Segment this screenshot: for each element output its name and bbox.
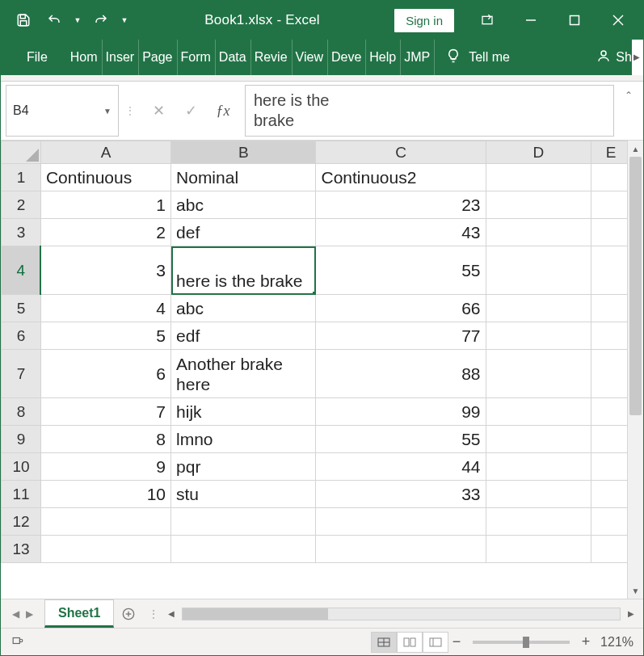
horizontal-scrollbar[interactable]: ⋮ ◀ ▶	[143, 599, 643, 628]
cell-C4[interactable]: 55	[316, 246, 486, 295]
cell-D12[interactable]	[486, 508, 591, 536]
cell-E12[interactable]	[591, 508, 627, 536]
cell-A3[interactable]: 2	[40, 219, 170, 246]
redo-button[interactable]	[88, 7, 114, 33]
cell-B10[interactable]: pqr	[171, 453, 316, 481]
cell-C13[interactable]	[316, 536, 486, 563]
cell-D4[interactable]	[486, 246, 591, 295]
hscroll-grip-icon[interactable]: ⋮	[148, 608, 161, 620]
hscroll-thumb[interactable]	[183, 608, 328, 620]
cell-C1[interactable]: Continuous2	[316, 164, 486, 191]
row-header-13[interactable]: 13	[2, 536, 41, 563]
tab-form[interactable]: Form	[178, 40, 216, 75]
cell-C8[interactable]: 99	[316, 398, 486, 426]
minimize-button[interactable]	[509, 1, 553, 40]
cell-C12[interactable]	[316, 508, 486, 536]
row-header-1[interactable]: 1	[2, 164, 41, 191]
cell-A4[interactable]: 3	[40, 246, 170, 295]
hscroll-track[interactable]	[182, 608, 621, 620]
cell-C2[interactable]: 23	[316, 191, 486, 219]
chevron-down-icon[interactable]: ▼	[103, 107, 112, 116]
cell-C9[interactable]: 55	[316, 426, 486, 453]
sheet-tab-active[interactable]: Sheet1	[44, 599, 114, 628]
cell-D11[interactable]	[486, 481, 591, 508]
row-header-5[interactable]: 5	[2, 295, 41, 322]
cell-B8[interactable]: hijk	[171, 398, 316, 426]
cell-C5[interactable]: 66	[316, 295, 486, 322]
undo-button[interactable]	[41, 7, 67, 33]
cell-D5[interactable]	[486, 295, 591, 322]
new-sheet-button[interactable]	[114, 599, 143, 628]
cell-E6[interactable]	[591, 322, 627, 350]
cell-A5[interactable]: 4	[40, 295, 170, 322]
normal-view-button[interactable]	[371, 632, 397, 653]
name-box[interactable]: B4 ▼	[6, 85, 119, 137]
cell-D13[interactable]	[486, 536, 591, 563]
tab-view[interactable]: View	[293, 40, 328, 75]
tell-me-search[interactable]: Tell me	[446, 48, 510, 66]
cell-D10[interactable]	[486, 453, 591, 481]
cell-B9[interactable]: lmno	[171, 426, 316, 453]
cell-C7[interactable]: 88	[316, 350, 486, 398]
cell-B4[interactable]: here is the brake	[171, 246, 316, 295]
enter-formula-button[interactable]: ✓	[175, 97, 207, 124]
cell-A11[interactable]: 10	[40, 481, 170, 508]
cell-E9[interactable]	[591, 426, 627, 453]
macro-record-icon[interactable]	[11, 635, 25, 649]
scroll-up-arrow-icon[interactable]: ▲	[628, 141, 643, 157]
cancel-formula-button[interactable]: ✕	[142, 97, 175, 124]
maximize-button[interactable]	[553, 1, 596, 40]
cell-D6[interactable]	[486, 322, 591, 350]
signin-button[interactable]: Sign in	[394, 9, 454, 32]
cell-E8[interactable]	[591, 398, 627, 426]
cell-E3[interactable]	[591, 219, 627, 246]
cell-C3[interactable]: 43	[316, 219, 486, 246]
cell-E13[interactable]	[591, 536, 627, 563]
sheet-prev-icon[interactable]: ◀	[12, 608, 19, 620]
cell-A8[interactable]: 7	[40, 398, 170, 426]
close-button[interactable]	[596, 1, 640, 40]
tab-hom[interactable]: Hom	[67, 40, 103, 75]
cell-A13[interactable]	[40, 536, 170, 563]
column-header-E[interactable]: E	[591, 141, 627, 164]
save-button[interactable]	[11, 7, 36, 33]
expand-formula-bar-button[interactable]: ⌃	[619, 85, 638, 137]
ribbon-overflow-indicator[interactable]	[632, 40, 643, 75]
formula-bar-input[interactable]: here is the brake	[245, 85, 614, 137]
insert-function-button[interactable]: ƒx	[207, 97, 239, 124]
cell-B3[interactable]: def	[171, 219, 316, 246]
column-header-A[interactable]: A	[40, 141, 170, 164]
row-header-10[interactable]: 10	[2, 453, 41, 481]
cell-E5[interactable]	[591, 295, 627, 322]
cell-A6[interactable]: 5	[40, 322, 170, 350]
cell-C11[interactable]: 33	[316, 481, 486, 508]
zoom-out-button[interactable]: −	[448, 633, 465, 650]
zoom-in-button[interactable]: +	[578, 633, 594, 650]
cell-A12[interactable]	[40, 508, 170, 536]
column-header-D[interactable]: D	[486, 141, 591, 164]
cell-A9[interactable]: 8	[40, 426, 170, 453]
tab-deve[interactable]: Deve	[328, 40, 366, 75]
cell-A10[interactable]: 9	[40, 453, 170, 481]
column-header-C[interactable]: C	[316, 141, 486, 164]
row-header-11[interactable]: 11	[2, 481, 41, 508]
cell-D2[interactable]	[486, 191, 591, 219]
undo-dropdown-icon[interactable]: ▼	[72, 7, 83, 33]
cell-D9[interactable]	[486, 426, 591, 453]
cell-D1[interactable]	[486, 164, 591, 191]
row-header-3[interactable]: 3	[2, 219, 41, 246]
row-header-12[interactable]: 12	[2, 508, 41, 536]
cell-B2[interactable]: abc	[171, 191, 316, 219]
qat-customize-icon[interactable]: ▼	[119, 7, 130, 33]
cell-B5[interactable]: abc	[171, 295, 316, 322]
tab-data[interactable]: Data	[216, 40, 251, 75]
formula-bar-grip-icon[interactable]: ⋮	[124, 85, 137, 137]
cell-A2[interactable]: 1	[40, 191, 170, 219]
column-header-B[interactable]: B	[171, 141, 316, 164]
cell-E11[interactable]	[591, 481, 627, 508]
zoom-slider[interactable]	[473, 641, 570, 644]
row-header-2[interactable]: 2	[2, 191, 41, 219]
tab-jmp[interactable]: JMP	[401, 40, 435, 75]
cell-C6[interactable]: 77	[316, 322, 486, 350]
cell-C10[interactable]: 44	[316, 453, 486, 481]
